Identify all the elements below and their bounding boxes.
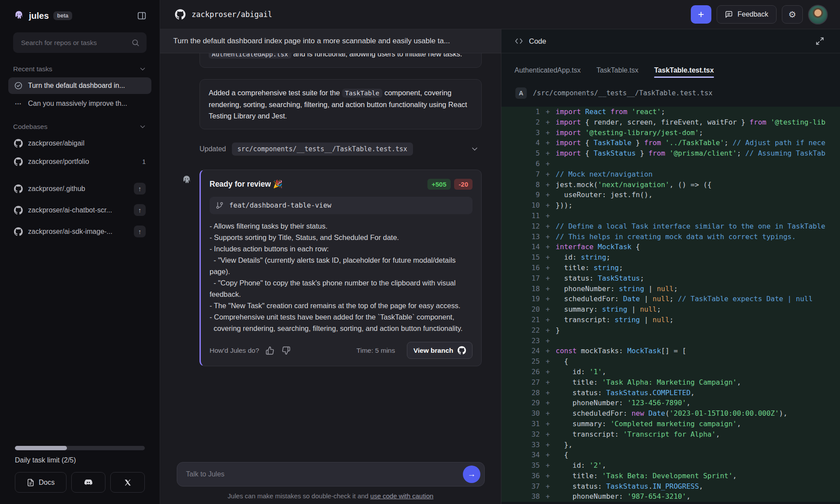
code-line: 37+ status: TaskStatus.IN_PROGRESS, [501,481,840,492]
file-path: /src/components/__tests__/TaskTable.test… [533,89,713,97]
check-circle-icon [14,81,23,90]
chat-scroll-area[interactable]: AuthenticatedApp.tsx and is functional, … [160,53,501,456]
git-branch-icon [216,202,224,209]
ready-for-review-card: Ready for review 🎉 +505 -20 feat/dashboa… [200,170,482,366]
main-area: zackproser/abigail + Feedback ⚙ Turn the… [160,0,840,504]
task-title: Turn the default dashboard index page in… [173,37,450,45]
upgrade-arrow-badge[interactable]: ↑ [134,183,146,195]
gear-icon: ⚙ [788,9,796,20]
use-code-with-caution-link[interactable]: use code with caution [370,492,433,500]
jules-avatar-icon [181,175,192,188]
message-text: and is functional, allowing users to ini… [291,53,462,58]
recent-tasks-header[interactable]: Recent tasks [13,65,147,73]
code-line: 34+ { [501,450,840,460]
expand-diff-button[interactable] [468,144,482,154]
code-line: 22+} [501,325,840,336]
tab-tasktable-tsx[interactable]: TaskTable.tsx [596,66,638,82]
code-brackets-icon [514,37,523,45]
branch-name: feat/dashboard-table-view [229,202,331,209]
sidebar-repo-abigail[interactable]: zackproser/abigail [8,135,151,152]
content-row: Turn the default dashboard index page in… [160,29,840,504]
review-title: Ready for review 🎉 [210,180,283,189]
code-line: 21+ transcript: string | null; [501,315,840,325]
repo-name: zackproser/portfolio [28,158,89,166]
plus-icon: + [698,9,704,20]
search-icon [131,38,140,47]
x-twitter-button[interactable] [110,472,145,493]
up-arrow-icon: ↑ [138,185,142,192]
thumbs-down-button[interactable] [281,345,291,356]
composer-box[interactable]: → [177,462,485,487]
sidebar-repo-ai-sdk-image[interactable]: zackproser/ai-sdk-image-... ↑ [8,222,151,241]
send-button[interactable]: → [463,466,480,483]
view-branch-label: View branch [413,347,453,355]
task-limit-progress [15,446,145,450]
code-line: 10+})); [501,200,840,211]
tab-authenticatedapp-tsx[interactable]: AuthenticatedApp.tsx [514,66,581,82]
code-line: 1+import React from 'react'; [501,107,840,117]
tab-tasktable-test-tsx[interactable]: TaskTable.test.tsx [654,66,714,82]
feedback-label: Feedback [738,10,768,18]
docs-button[interactable]: Docs [15,472,66,493]
thumbs-down-icon [282,346,290,355]
thumbs-up-button[interactable] [265,345,275,356]
sidebar-repo-github[interactable]: zackproser/.github ↑ [8,179,151,198]
topbar-actions: + Feedback ⚙ [691,5,828,24]
github-icon [14,157,23,166]
code-line: 4+import { TaskTable } from '../TaskTabl… [501,138,840,148]
discord-button[interactable] [71,472,106,493]
settings-button[interactable]: ⚙ [782,5,803,24]
file-status-added-badge: A [515,87,527,99]
review-footer: How'd Jules do? Time: 5 mins View branch [210,342,472,359]
expand-panel-button[interactable] [813,36,827,46]
view-branch-button[interactable]: View branch [407,342,472,359]
chat-message: AuthenticatedApp.tsx and is functional, … [200,53,482,68]
codebases-header[interactable]: Codebases [13,123,147,131]
composer-area: → [160,456,501,487]
discord-icon [84,478,93,487]
recent-tasks-label: Recent tasks [13,65,52,73]
task-limit-label: Daily task limit (2/5) [15,456,145,464]
updated-file-chip[interactable]: src/components/__tests__/TaskTable.test.… [232,143,413,156]
diff-stats: +505 -20 [427,179,472,190]
sidebar-task-item-dashboard[interactable]: Turn the default dashboard in... [8,77,151,94]
code-lines[interactable]: 1+import React from 'react';2+import { r… [501,104,840,504]
code-line: 3+import '@testing-library/jest-dom'; [501,128,840,138]
branch-chip[interactable]: feat/dashboard-table-view [210,197,472,214]
review-body-text: - Allows filtering tasks by their status… [210,220,472,334]
sidebar-collapse-button[interactable] [135,9,148,22]
review-header: Ready for review 🎉 +505 -20 [210,179,472,190]
code-line: 5+import { TaskStatus } from '@prisma/cl… [501,148,840,159]
sidebar-repo-ai-chatbot[interactable]: zackproser/ai-chatbot-scr... ↑ [8,200,151,220]
in-progress-ellipsis-icon: ••• [14,101,23,106]
repo-group-gap [0,171,160,178]
docs-label: Docs [39,479,55,487]
search-box[interactable] [13,32,147,53]
github-icon [458,346,466,355]
doc-icon [27,479,35,487]
sidebar: jules beta Recent tasks Turn the default… [0,0,160,504]
code-line: 2+import { render, screen, fireEvent, wa… [501,117,840,128]
upgrade-arrow-badge[interactable]: ↑ [134,226,146,237]
code-line: 28+ status: TaskStatus.COMPLETED, [501,388,840,398]
sidebar-repo-portfolio[interactable]: zackproser/portfolio 1 [8,153,151,170]
new-task-button[interactable]: + [691,5,711,24]
search-input[interactable] [20,38,131,47]
file-tabs: AuthenticatedApp.tsx TaskTable.tsx TaskT… [501,53,840,82]
additions-badge: +505 [427,179,451,190]
up-arrow-icon: ↑ [138,206,142,214]
jules-logo-icon [13,10,24,21]
code-line: 9+ useRouter: jest.fn(), [501,190,840,200]
code-line: 15+ id: string; [501,252,840,263]
code-line: 31+ summary: 'Completed marketing campai… [501,419,840,429]
code-line: 38+ phoneNumber: '987-654-3210', [501,491,840,502]
upgrade-arrow-badge[interactable]: ↑ [134,204,146,216]
user-avatar[interactable] [808,5,828,24]
feedback-button[interactable]: Feedback [717,5,777,24]
code-line: 17+ status: TaskStatus; [501,273,840,284]
repo-name: zackproser/ai-chatbot-scr... [28,206,112,214]
talk-to-jules-input[interactable] [185,470,456,479]
repo-name: zackproser/ai-sdk-image-... [28,228,112,236]
file-path-row: A /src/components/__tests__/TaskTable.te… [501,82,840,104]
sidebar-task-item-improve[interactable]: ••• Can you massively improve th... [8,96,151,111]
